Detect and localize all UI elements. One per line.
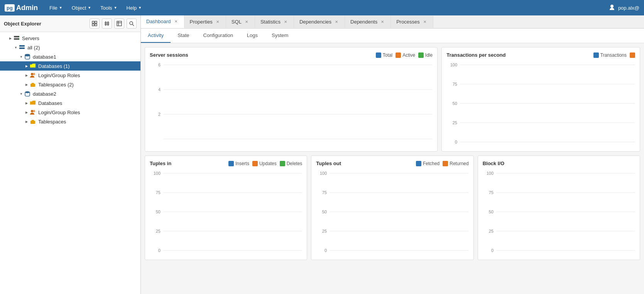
- db2-databases-label: Databases: [38, 100, 62, 106]
- tab-processes[interactable]: Processes ✕: [391, 16, 433, 28]
- tree-item-db1-databases[interactable]: Databases (1): [0, 61, 140, 71]
- svg-rect-2: [92, 24, 94, 26]
- tab-statistics[interactable]: Statistics ✕: [255, 16, 294, 28]
- servers-chevron: [8, 35, 13, 41]
- returned-color: [443, 161, 448, 166]
- transactions-chart: 100 75 50 25 0: [446, 62, 635, 147]
- app-brand: pg Admin: [5, 4, 38, 12]
- tree-item-db1-roles[interactable]: Login/Group Roles: [0, 71, 140, 80]
- tab-dashboard-close[interactable]: ✕: [173, 19, 179, 24]
- tree-item-db2-tablespaces[interactable]: Tablespaces: [0, 117, 140, 126]
- menu-file[interactable]: File ▼: [46, 3, 66, 13]
- tree-item-db1[interactable]: database1: [0, 52, 140, 61]
- tab-dependents-close[interactable]: ✕: [380, 19, 385, 25]
- active-color: [396, 52, 401, 58]
- tuples-out-title: Tuples out: [316, 161, 341, 166]
- svg-text:100: 100: [450, 63, 457, 67]
- svg-rect-9: [117, 21, 122, 26]
- svg-rect-1: [95, 21, 97, 23]
- tab-sql-close[interactable]: ✕: [244, 19, 249, 25]
- server-sessions-header: Server sessions Total Active Idle: [150, 52, 433, 58]
- database2-icon: [24, 90, 31, 97]
- dashboard-content: Server sessions Total Active Idle: [141, 43, 644, 294]
- svg-rect-24: [30, 84, 35, 87]
- user-info: pop.alx@: [608, 4, 639, 12]
- server-sessions-title: Server sessions: [150, 52, 188, 58]
- server-icon: [13, 35, 20, 42]
- all-label: all (2): [27, 45, 40, 51]
- tab-properties[interactable]: Properties ✕: [184, 16, 226, 28]
- tree-item-db2-databases[interactable]: Databases: [0, 98, 140, 108]
- tab-dependents[interactable]: Dependents ✕: [345, 16, 391, 28]
- server-sessions-card: Server sessions Total Active Idle: [145, 47, 438, 152]
- tab-dependencies[interactable]: Dependencies ✕: [294, 16, 345, 28]
- inner-tab-logs[interactable]: Logs: [240, 29, 265, 43]
- tabs-bar: Dashboard ✕ Properties ✕ SQL ✕ Statistic…: [141, 15, 644, 29]
- navbar: pg Admin File ▼ Object ▼ Tools ▼ Help ▼ …: [0, 0, 644, 15]
- tablespace-icon: [29, 81, 36, 88]
- inner-tab-system[interactable]: System: [265, 29, 295, 43]
- tree-item-db2-roles[interactable]: Login/Group Roles: [0, 108, 140, 117]
- tree-item-db2[interactable]: database2: [0, 89, 140, 98]
- server-group-icon: [19, 44, 25, 51]
- db2-label: database2: [33, 91, 56, 97]
- database1-icon: [24, 53, 31, 60]
- legend-returned: Returned: [443, 161, 468, 166]
- svg-text:2: 2: [158, 112, 161, 117]
- tree-item-servers[interactable]: Servers: [0, 34, 140, 43]
- updates-label: Updates: [259, 161, 277, 166]
- tab-sql[interactable]: SQL ✕: [226, 16, 255, 28]
- content-area: Dashboard ✕ Properties ✕ SQL ✕ Statistic…: [141, 15, 644, 294]
- svg-text:6: 6: [158, 63, 161, 67]
- svg-text:0: 0: [158, 248, 161, 253]
- inner-tab-state[interactable]: State: [171, 29, 196, 43]
- svg-text:25: 25: [453, 120, 457, 125]
- fetched-label: Fetched: [423, 161, 439, 166]
- block-io-title: Block I/O: [483, 161, 504, 166]
- sidebar-title: Object Explorer: [4, 21, 87, 27]
- legend-inserts: Inserts: [228, 161, 249, 166]
- tab-statistics-close[interactable]: ✕: [283, 19, 288, 25]
- svg-rect-19: [19, 47, 25, 49]
- search-button[interactable]: [127, 19, 137, 29]
- menu-tools[interactable]: Tools ▼: [96, 3, 121, 13]
- svg-text:50: 50: [322, 210, 327, 214]
- username: pop.alx@: [618, 5, 639, 11]
- transactions-color-2: [630, 52, 635, 58]
- sidebar-header: Object Explorer: [0, 15, 140, 32]
- svg-text:25: 25: [488, 229, 493, 233]
- svg-text:50: 50: [488, 210, 493, 214]
- inner-tab-configuration[interactable]: Configuration: [196, 29, 240, 43]
- tab-properties-close[interactable]: ✕: [215, 19, 220, 25]
- db1-tablespaces-label: Tablespaces (2): [38, 82, 74, 88]
- svg-text:50: 50: [453, 101, 457, 106]
- tab-processes-close[interactable]: ✕: [422, 19, 428, 25]
- navbar-menu: File ▼ Object ▼ Tools ▼ Help ▼: [46, 3, 145, 13]
- svg-text:4: 4: [158, 87, 161, 92]
- roles-icon: [29, 72, 36, 79]
- svg-text:100: 100: [154, 171, 161, 176]
- svg-rect-18: [19, 45, 25, 47]
- block-io-card: Block I/O 100 75 50 25 0: [478, 155, 640, 260]
- db1-label: database1: [33, 54, 56, 60]
- tree-item-all[interactable]: all (2): [0, 43, 140, 52]
- db2-tablespace-icon: [29, 118, 36, 125]
- tab-dependencies-close[interactable]: ✕: [334, 19, 339, 25]
- inserts-color: [228, 161, 234, 166]
- svg-rect-0: [92, 21, 94, 23]
- svg-line-13: [132, 24, 134, 26]
- svg-text:50: 50: [156, 210, 161, 214]
- grid-view-button[interactable]: [102, 19, 112, 29]
- svg-text:0: 0: [455, 140, 457, 144]
- tab-dashboard[interactable]: Dashboard ✕: [141, 15, 184, 28]
- deletes-label: Deletes: [287, 161, 303, 166]
- db2-roles-label: Login/Group Roles: [38, 110, 80, 115]
- menu-help[interactable]: Help ▼: [123, 3, 146, 13]
- fetched-color: [416, 161, 421, 166]
- inner-tab-activity[interactable]: Activity: [141, 29, 171, 43]
- menu-object[interactable]: Object ▼: [68, 3, 95, 13]
- properties-button[interactable]: [90, 19, 100, 29]
- tree-item-db1-tablespaces[interactable]: Tablespaces (2): [0, 80, 140, 89]
- table-view-button[interactable]: [114, 19, 124, 29]
- server-sessions-chart: 6 4 2: [150, 62, 433, 147]
